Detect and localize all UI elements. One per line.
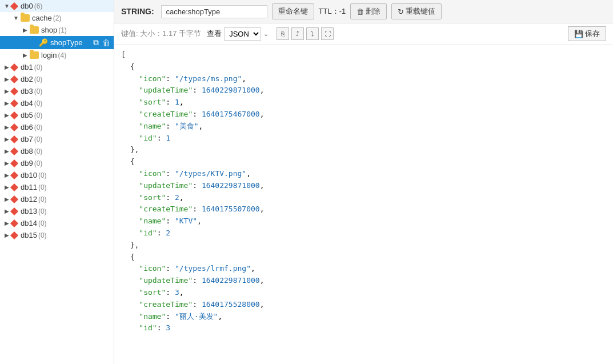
reload-button[interactable]: ↻ 重载键值	[391, 3, 442, 19]
rename-key-button[interactable]: 重命名键	[272, 3, 314, 19]
size-label: 键值: 大小：1.17 千字节	[121, 29, 201, 39]
sidebar-item-db0[interactable]: db0 (6)	[0, 0, 114, 12]
toggle-arrow-icon	[13, 15, 19, 21]
sidebar-item-login[interactable]: login (4)	[0, 49, 114, 61]
trash-icon: 🗑	[356, 7, 364, 16]
import-icon-btn[interactable]: ⤵	[306, 27, 319, 40]
sidebar-item-db10[interactable]: db10 (0)	[0, 169, 114, 181]
sidebar-item-count: (0)	[34, 135, 43, 143]
sidebar-item-db7[interactable]: db7 (0)	[0, 133, 114, 145]
sidebar-item-label: db9	[21, 159, 33, 167]
copy-icon-btn[interactable]: ⎘	[277, 27, 289, 40]
sidebar-item-db11[interactable]: db11 (0)	[0, 181, 114, 193]
view-mode-select[interactable]: JSON Text Hex	[224, 27, 261, 41]
db-icon	[10, 195, 18, 203]
sidebar-item-shop[interactable]: shop (1)	[0, 24, 114, 36]
sidebar-item-label: db6	[21, 123, 33, 131]
sidebar-item-db3[interactable]: db3 (0)	[0, 85, 114, 97]
toggle-arrow-icon	[3, 160, 10, 166]
sidebar-item-count: (1)	[58, 26, 67, 34]
chevron-icon: ⌄	[263, 30, 269, 38]
sidebar-item-db2[interactable]: db2 (0)	[0, 73, 114, 85]
delete-key-button[interactable]: 🗑	[102, 38, 110, 47]
row-actions: ⧉🗑	[93, 38, 110, 47]
toggle-arrow-icon	[3, 112, 10, 118]
db-icon	[10, 2, 18, 10]
toggle-arrow-icon	[3, 148, 10, 154]
db-icon	[10, 135, 18, 143]
sidebar-item-label: shop	[41, 26, 57, 34]
sidebar-item-count: (0)	[34, 87, 43, 95]
code-line: "sort": 3,	[121, 287, 606, 299]
sidebar-item-db1[interactable]: db1 (0)	[0, 61, 114, 73]
folder-icon	[30, 51, 39, 59]
sidebar-item-db15[interactable]: db15 (0)	[0, 229, 114, 241]
db-icon	[10, 75, 18, 83]
sidebar-item-label: db10	[21, 171, 37, 179]
sidebar-item-db4[interactable]: db4 (0)	[0, 97, 114, 109]
code-line: "id": 3	[121, 322, 606, 334]
fullscreen-icon-btn[interactable]: ⛶	[321, 27, 334, 40]
db-icon	[10, 87, 18, 95]
view-label: 查看	[207, 29, 222, 39]
view-toggle: 查看 JSON Text Hex ⌄	[207, 27, 269, 41]
export-icon-btn[interactable]: ⤴	[291, 27, 304, 40]
value-bar: 键值: 大小：1.17 千字节 查看 JSON Text Hex ⌄ ⎘ ⤴ ⤵…	[114, 23, 613, 45]
sidebar-item-label: db1	[21, 63, 33, 71]
db-icon	[10, 99, 18, 107]
db-icon	[10, 111, 18, 119]
sidebar-item-label: db12	[21, 195, 37, 203]
db-icon	[10, 123, 18, 131]
delete-button[interactable]: 🗑 删除	[350, 3, 387, 19]
sidebar-item-db12[interactable]: db12 (0)	[0, 193, 114, 205]
toggle-arrow-icon	[3, 100, 10, 106]
sidebar-item-label: db0	[21, 2, 33, 10]
code-line: "icon": "/types/KTV.png",	[121, 168, 606, 180]
sidebar-item-db9[interactable]: db9 (0)	[0, 157, 114, 169]
sidebar-item-db13[interactable]: db13 (0)	[0, 205, 114, 217]
ttl-label: TTL：-1	[319, 6, 346, 17]
sidebar-item-label: shopType	[50, 38, 82, 47]
sidebar-item-db14[interactable]: db14 (0)	[0, 217, 114, 229]
json-editor[interactable]: [ { "icon": "/types/ms.png", "updateTime…	[114, 45, 613, 364]
db-icon	[10, 207, 18, 215]
save-button[interactable]: 💾 保存	[568, 26, 606, 41]
db-icon	[10, 171, 18, 179]
sidebar-item-db6[interactable]: db6 (0)	[0, 121, 114, 133]
toggle-arrow-icon	[3, 76, 10, 82]
sidebar-item-count: (0)	[38, 207, 47, 215]
toggle-arrow-icon	[22, 52, 29, 58]
toggle-arrow-icon	[3, 184, 10, 190]
key-input[interactable]	[161, 5, 267, 18]
copy-key-button[interactable]: ⧉	[93, 38, 99, 47]
sidebar-item-db5[interactable]: db5 (0)	[0, 109, 114, 121]
code-line: {	[121, 251, 606, 263]
code-line: "name": "美食",	[121, 121, 606, 133]
sidebar-item-label: db11	[21, 183, 37, 191]
sidebar-item-count: (0)	[38, 171, 47, 179]
sidebar-item-cache[interactable]: cache (2)	[0, 12, 114, 24]
db-icon	[10, 159, 18, 167]
sidebar-item-count: (4)	[58, 51, 66, 59]
sidebar-item-shopType[interactable]: 🔑shopType⧉🗑	[0, 36, 114, 49]
toggle-arrow-icon	[3, 172, 10, 178]
sidebar-item-label: db3	[21, 87, 33, 95]
sidebar-item-label: db4	[21, 99, 33, 107]
code-line: "id": 2	[121, 227, 606, 239]
db-icon	[10, 231, 18, 239]
code-line: "createTime": 1640175467000,	[121, 109, 606, 121]
sidebar-item-count: (0)	[34, 75, 43, 83]
sidebar-item-db8[interactable]: db8 (0)	[0, 145, 114, 157]
db-icon	[10, 147, 18, 155]
reload-icon: ↻	[398, 7, 404, 16]
toggle-arrow-icon	[3, 220, 10, 226]
code-line: "id": 1	[121, 133, 606, 145]
code-line: {	[121, 156, 606, 168]
sidebar-item-label: db8	[21, 147, 33, 155]
sidebar-item-label: login	[41, 51, 57, 59]
code-line: "name": "丽人·美发",	[121, 311, 606, 323]
code-line: "updateTime": 1640229871000,	[121, 85, 606, 97]
code-line: "createTime": 1640175507000,	[121, 203, 606, 215]
sidebar-item-count: (0)	[34, 147, 43, 155]
sidebar-item-count: (0)	[38, 183, 47, 191]
